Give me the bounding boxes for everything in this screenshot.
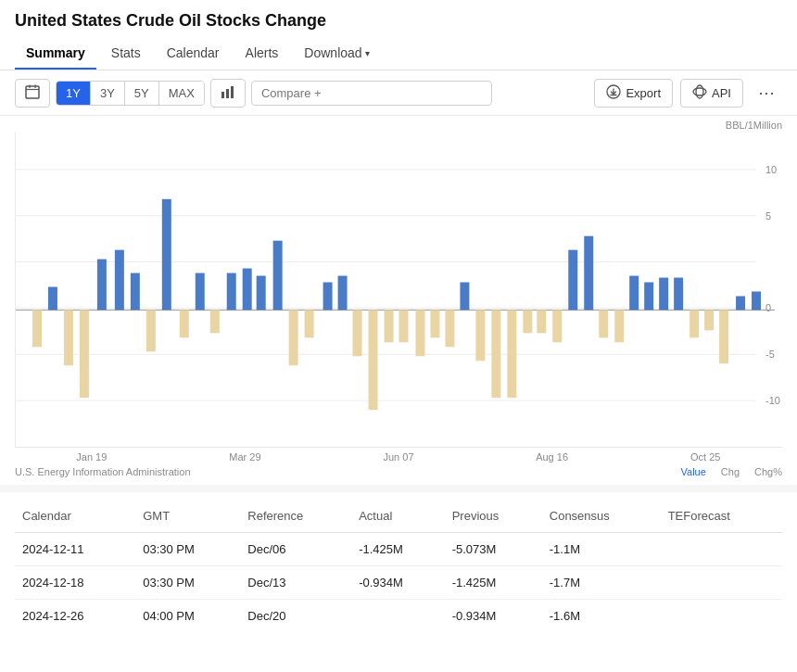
svg-rect-24: [48, 287, 57, 311]
time-5y-button[interactable]: 5Y: [125, 82, 159, 105]
col-previous: Previous: [445, 500, 542, 533]
svg-rect-45: [385, 310, 394, 342]
svg-rect-23: [32, 310, 42, 347]
svg-rect-50: [460, 283, 469, 311]
svg-rect-27: [97, 260, 107, 311]
calendar-button[interactable]: [15, 79, 50, 108]
view-value[interactable]: Value: [681, 466, 706, 477]
cell-teforecast-1: [661, 533, 782, 566]
cell-previous-2: -1.425M: [445, 566, 542, 600]
bbl-label: BBL/1Million: [15, 120, 782, 131]
svg-rect-48: [430, 310, 439, 337]
svg-rect-4: [221, 92, 224, 98]
tab-stats[interactable]: Stats: [100, 38, 152, 70]
cell-calendar-2: 2024-12-18: [15, 566, 135, 600]
svg-rect-51: [475, 310, 485, 361]
svg-rect-66: [704, 310, 714, 330]
svg-point-9: [696, 85, 703, 98]
svg-rect-60: [614, 310, 624, 342]
svg-rect-44: [369, 310, 378, 410]
toolbar-right: Export API ⋯: [594, 78, 782, 108]
svg-rect-59: [599, 310, 608, 337]
svg-rect-64: [674, 278, 683, 311]
cell-consensus-1: -1.1M: [542, 533, 661, 566]
cell-reference-2: Dec/13: [240, 566, 351, 600]
svg-rect-52: [491, 310, 500, 398]
svg-rect-63: [659, 278, 668, 311]
x-label-jun: Jun 07: [322, 451, 475, 463]
view-chg[interactable]: Chg: [721, 466, 740, 477]
cell-calendar-1: 2024-12-11: [15, 533, 135, 566]
svg-rect-57: [568, 250, 577, 311]
x-label-mar: Mar 29: [169, 451, 323, 463]
api-button[interactable]: API: [680, 79, 743, 108]
svg-rect-31: [162, 199, 171, 311]
more-button[interactable]: ⋯: [751, 78, 782, 108]
chart-area: BBL/1Million 10 5 0 -5 -10: [0, 116, 797, 477]
chart-container: 10 5 0 -5 -10: [15, 133, 782, 448]
x-label-oct: Oct 25: [628, 451, 782, 463]
svg-rect-58: [584, 236, 593, 311]
svg-rect-54: [523, 310, 532, 333]
cell-reference-3: Dec/20: [240, 600, 351, 633]
x-label-aug: Aug 16: [475, 451, 629, 463]
cell-consensus-2: -1.7M: [542, 566, 661, 600]
svg-text:-5: -5: [765, 349, 775, 360]
export-label: Export: [626, 86, 661, 100]
nav-tabs: Summary Stats Calendar Alerts Download ▾: [0, 38, 797, 70]
svg-rect-61: [629, 276, 639, 311]
svg-rect-41: [323, 283, 333, 311]
svg-rect-28: [115, 250, 124, 311]
svg-rect-36: [243, 269, 252, 311]
cell-previous-1: -5.073M: [445, 533, 542, 566]
table-header: Calendar GMT Reference Actual Previous C…: [15, 500, 782, 533]
time-max-button[interactable]: MAX: [159, 82, 204, 105]
time-1y-button[interactable]: 1Y: [57, 82, 91, 105]
col-reference: Reference: [240, 500, 351, 533]
cell-teforecast-2: [661, 566, 782, 600]
page-title: United States Crude Oil Stocks Change: [0, 0, 797, 38]
svg-text:-10: -10: [765, 395, 780, 406]
cell-gmt-3: 04:00 PM: [135, 600, 240, 633]
tab-alerts[interactable]: Alerts: [234, 38, 290, 70]
chevron-down-icon: ▾: [365, 48, 370, 58]
calendar-icon: [25, 84, 40, 102]
time-3y-button[interactable]: 3Y: [91, 82, 125, 105]
download-label: Download: [304, 45, 361, 60]
chart-source-label: U.S. Energy Information Administration: [15, 466, 191, 477]
table-body: 2024-12-11 03:30 PM Dec/06 -1.425M -5.07…: [15, 533, 782, 633]
cell-gmt-1: 03:30 PM: [135, 533, 240, 566]
svg-rect-42: [338, 276, 348, 311]
chart-view-options: Value Chg Chg%: [681, 466, 782, 477]
data-table: Calendar GMT Reference Actual Previous C…: [15, 500, 782, 632]
svg-rect-33: [196, 273, 205, 311]
svg-rect-37: [257, 276, 266, 311]
tab-download[interactable]: Download ▾: [293, 38, 380, 70]
chart-svg: 10 5 0 -5 -10: [16, 133, 782, 447]
svg-rect-0: [26, 86, 39, 98]
svg-rect-47: [415, 310, 424, 356]
svg-point-10: [693, 88, 706, 95]
svg-rect-53: [507, 310, 516, 398]
svg-rect-49: [445, 310, 454, 347]
bar-chart-icon: [221, 84, 235, 102]
svg-rect-38: [273, 241, 283, 311]
bar-chart-button[interactable]: [210, 79, 246, 108]
api-label: API: [712, 86, 731, 100]
cell-actual-1: -1.425M: [351, 533, 445, 566]
view-chgpct[interactable]: Chg%: [754, 466, 782, 477]
col-actual: Actual: [351, 500, 445, 533]
table-row: 2024-12-18 03:30 PM Dec/13 -0.934M -1.42…: [15, 566, 782, 600]
svg-rect-43: [353, 310, 362, 356]
export-button[interactable]: Export: [594, 79, 673, 108]
svg-rect-25: [64, 310, 73, 365]
compare-input[interactable]: [251, 81, 492, 106]
tab-calendar[interactable]: Calendar: [156, 38, 231, 70]
api-icon: [692, 84, 707, 102]
tab-summary[interactable]: Summary: [15, 38, 96, 70]
svg-rect-5: [226, 89, 229, 98]
svg-rect-34: [210, 310, 220, 333]
svg-rect-29: [131, 273, 140, 311]
svg-rect-40: [305, 310, 314, 337]
export-icon: [606, 84, 621, 102]
